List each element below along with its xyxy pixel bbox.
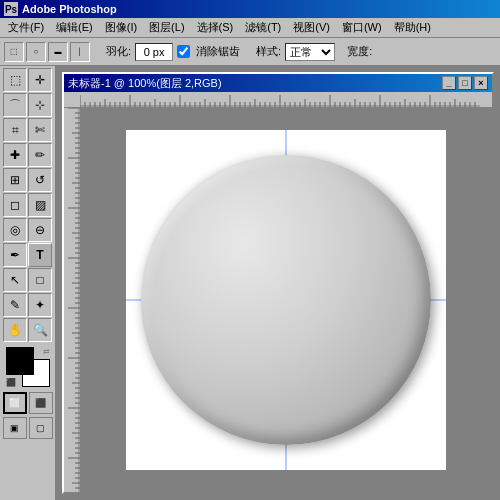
pen-tool[interactable]: ✒ [3, 243, 27, 267]
style-label: 样式: [256, 44, 281, 59]
reset-colors-icon[interactable]: ⬛ [6, 378, 16, 387]
foreground-swatch[interactable] [6, 347, 34, 375]
menu-help[interactable]: 帮助(H) [388, 18, 437, 37]
feather-input[interactable] [135, 43, 173, 61]
doc-window-controls: _ □ × [442, 76, 488, 90]
full-screen-btn[interactable]: ▢ [29, 417, 53, 439]
menu-window[interactable]: 窗口(W) [336, 18, 388, 37]
rect-marquee-btn[interactable]: ⬚ [4, 42, 24, 62]
shape-tool[interactable]: □ [28, 268, 52, 292]
circle-marquee-btn[interactable]: ○ [26, 42, 46, 62]
gradient-tool[interactable]: ▨ [28, 193, 52, 217]
quick-mask-buttons: ⬜ ⬛ [3, 392, 53, 414]
standard-mode-btn[interactable]: ⬜ [3, 392, 27, 414]
blur-tool[interactable]: ◎ [3, 218, 27, 242]
move-tool[interactable]: ✛ [28, 68, 52, 92]
menu-edit[interactable]: 编辑(E) [50, 18, 99, 37]
antialias-checkbox[interactable] [177, 45, 190, 58]
row-marquee-btn[interactable]: ▬ [48, 42, 68, 62]
doc-maximize-btn[interactable]: □ [458, 76, 472, 90]
tool-row-7: ◎ ⊖ [3, 218, 52, 242]
style-select[interactable]: 正常 固定比 固定大 [285, 43, 335, 61]
tool-row-11: ✋ 🔍 [3, 318, 52, 342]
quick-mask-btn[interactable]: ⬛ [29, 392, 53, 414]
canvas-area[interactable] [80, 108, 492, 492]
doc-title: 未标器-1 @ 100%(图层 2,RGB) [68, 76, 442, 91]
swap-colors-icon[interactable]: ⇄ [43, 347, 50, 356]
app-title: Adobe Photoshop [22, 3, 117, 15]
rect-marquee-tool[interactable]: ⬚ [3, 68, 27, 92]
tool-row-1: ⬚ ✛ [3, 68, 52, 92]
crop-tool[interactable]: ⌗ [3, 118, 27, 142]
menu-view[interactable]: 视图(V) [287, 18, 336, 37]
ruler-top: for(let i=0;i<400;i+=10){ document.curre… [64, 92, 492, 108]
eyedropper-tool[interactable]: ✦ [28, 293, 52, 317]
antialias-label: 消除锯齿 [196, 44, 240, 59]
tool-row-9: ↖ □ [3, 268, 52, 292]
circle-disc [141, 155, 431, 445]
svg-rect-83 [64, 108, 80, 492]
canvas-background [126, 130, 446, 470]
tool-row-3: ⌗ ✄ [3, 118, 52, 142]
shape-buttons: ⬚ ○ ▬ │ [4, 42, 90, 62]
menu-file[interactable]: 文件(F) [2, 18, 50, 37]
path-select-tool[interactable]: ↖ [3, 268, 27, 292]
eraser-tool[interactable]: ◻ [3, 193, 27, 217]
app-icon: Ps [4, 2, 18, 16]
magic-wand-tool[interactable]: ⊹ [28, 93, 52, 117]
doc-title-bar: 未标器-1 @ 100%(图层 2,RGB) _ □ × [64, 74, 492, 92]
doc-minimize-btn[interactable]: _ [442, 76, 456, 90]
tool-row-2: ⌒ ⊹ [3, 93, 52, 117]
lasso-tool[interactable]: ⌒ [3, 93, 27, 117]
tool-row-6: ◻ ▨ [3, 193, 52, 217]
options-bar: ⬚ ○ ▬ │ 羽化: 消除锯齿 样式: 正常 固定比 固定大 宽度: [0, 38, 500, 66]
doc-close-btn[interactable]: × [474, 76, 488, 90]
tool-row-5: ⊞ ↺ [3, 168, 52, 192]
stamp-tool[interactable]: ⊞ [3, 168, 27, 192]
type-tool[interactable]: T [28, 243, 52, 267]
standard-screen-btn[interactable]: ▣ [3, 417, 27, 439]
ruler-left-svg [64, 108, 80, 492]
tool-row-10: ✎ ✦ [3, 293, 52, 317]
brush-tool[interactable]: ✏ [28, 143, 52, 167]
color-swatches: ⬛ ⇄ [6, 347, 50, 387]
menu-bar: 文件(F) 编辑(E) 图像(I) 图层(L) 选择(S) 滤镜(T) 视图(V… [0, 18, 500, 38]
width-label: 宽度: [347, 44, 372, 59]
slice-tool[interactable]: ✄ [28, 118, 52, 142]
notes-tool[interactable]: ✎ [3, 293, 27, 317]
ruler-top-svg: for(let i=0;i<400;i+=10){ document.curre… [80, 92, 480, 107]
screen-mode-buttons: ▣ ▢ [3, 417, 53, 439]
toolbar: ⬚ ✛ ⌒ ⊹ ⌗ ✄ ✚ ✏ ⊞ ↺ ◻ ▨ ◎ ⊖ ✒ T [0, 66, 56, 500]
history-brush-tool[interactable]: ↺ [28, 168, 52, 192]
canvas-ruler-container [64, 108, 492, 492]
app-title-bar: Ps Adobe Photoshop [0, 0, 500, 18]
menu-filter[interactable]: 滤镜(T) [239, 18, 287, 37]
menu-image[interactable]: 图像(I) [99, 18, 143, 37]
tool-row-4: ✚ ✏ [3, 143, 52, 167]
menu-select[interactable]: 选择(S) [191, 18, 240, 37]
doc-area: 未标器-1 @ 100%(图层 2,RGB) _ □ × for(let i=0… [56, 66, 500, 500]
workspace: ⬚ ✛ ⌒ ⊹ ⌗ ✄ ✚ ✏ ⊞ ↺ ◻ ▨ ◎ ⊖ ✒ T [0, 66, 500, 500]
zoom-tool[interactable]: 🔍 [28, 318, 52, 342]
ruler-left [64, 108, 80, 492]
doc-window: 未标器-1 @ 100%(图层 2,RGB) _ □ × for(let i=0… [62, 72, 494, 494]
hand-tool[interactable]: ✋ [3, 318, 27, 342]
dodge-tool[interactable]: ⊖ [28, 218, 52, 242]
feather-label: 羽化: [106, 44, 131, 59]
menu-layer[interactable]: 图层(L) [143, 18, 190, 37]
col-marquee-btn[interactable]: │ [70, 42, 90, 62]
tool-row-8: ✒ T [3, 243, 52, 267]
heal-tool[interactable]: ✚ [3, 143, 27, 167]
